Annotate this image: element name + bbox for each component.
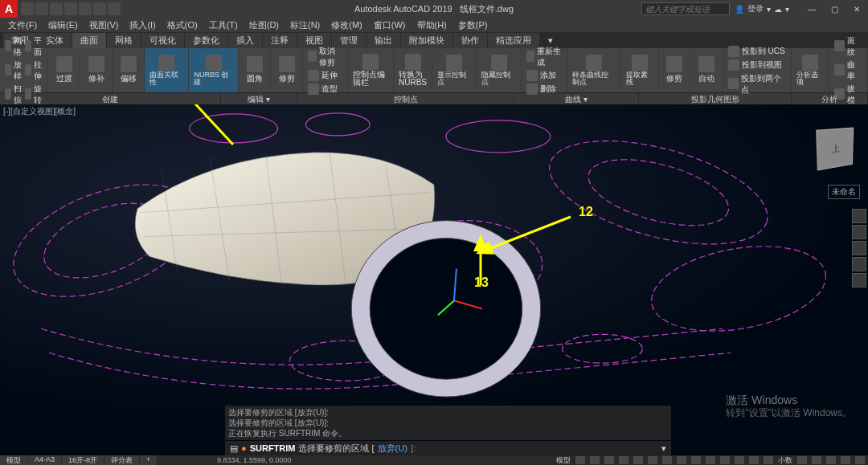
btn-associativity[interactable]: 曲面关联性 <box>145 48 189 92</box>
btn-trim[interactable]: 修剪 <box>271 48 303 92</box>
btn-fillet[interactable]: 圆角 <box>239 48 271 92</box>
tab-surface[interactable]: 曲面 <box>72 33 106 48</box>
nav-zoom-icon[interactable] <box>852 241 866 255</box>
menu-window[interactable]: 窗口(W) <box>369 19 411 31</box>
status-isolate-icon[interactable] <box>812 456 821 464</box>
layout-tab[interactable]: 16开-8开 <box>62 455 104 466</box>
menu-dimension[interactable]: 标注(N) <box>285 19 325 31</box>
qat-icon[interactable] <box>50 2 63 15</box>
menu-insert[interactable]: 插入(I) <box>125 19 160 31</box>
command-line[interactable]: ▤ ● SURFTRIM 选择要修剪的区域 [放弃(U)]: ▾ <box>225 441 671 455</box>
status-gear-icon[interactable] <box>797 456 807 464</box>
btn-analysis-opts[interactable]: 分析选项 <box>792 48 829 92</box>
btn-trim2[interactable]: 修剪 <box>659 48 691 92</box>
btn-proj-2pts[interactable]: 投影到两个点 <box>741 73 786 96</box>
cmd-dropdown-icon[interactable]: ▾ <box>661 443 666 454</box>
btn-loft[interactable]: 放样 <box>14 59 23 82</box>
btn-extend[interactable]: 延伸 <box>321 70 338 81</box>
btn-show-cv[interactable]: 显示控制点 <box>432 48 477 92</box>
btn-extract-iso[interactable]: 提取素线 <box>621 48 659 92</box>
status-snap-icon[interactable] <box>590 456 600 464</box>
menu-draw[interactable]: 绘图(D) <box>244 19 284 31</box>
tab-solid[interactable]: 实体 <box>38 33 72 48</box>
btn-add[interactable]: 添加 <box>540 70 556 81</box>
status-ortho-icon[interactable] <box>604 456 614 464</box>
tab-mesh[interactable]: 网格 <box>107 33 141 48</box>
status-hwacc-icon[interactable] <box>826 456 836 464</box>
cmd-expand-icon[interactable]: ▤ <box>230 443 238 454</box>
close-button[interactable]: ✕ <box>845 1 868 17</box>
btn-nurbs-create[interactable]: NURBS 创建 <box>189 48 239 92</box>
btn-auto[interactable]: 自动 <box>691 48 723 92</box>
nav-showmotion-icon[interactable] <box>852 273 866 288</box>
status-customize-icon[interactable] <box>855 456 865 464</box>
tab-collaborate[interactable]: 协作 <box>453 33 487 48</box>
qat-icon[interactable] <box>93 2 106 15</box>
qat-icon[interactable] <box>21 2 34 15</box>
panel-edit-label[interactable]: 编辑 ▾ <box>221 93 297 104</box>
menu-help[interactable]: 帮助(H) <box>412 19 452 31</box>
nav-pan-icon[interactable] <box>852 225 866 239</box>
btn-hide-cv[interactable]: 隐藏控制点 <box>477 48 521 92</box>
minimize-button[interactable]: — <box>800 1 823 17</box>
status-grid-icon[interactable] <box>575 456 585 464</box>
btn-patch[interactable]: 修补 <box>80 48 113 92</box>
status-polar-icon[interactable] <box>619 456 628 464</box>
viewport[interactable]: [-][自定义视图][概念] <box>0 104 868 425</box>
tab-addins[interactable]: 附加模块 <box>401 33 452 48</box>
btn-spline-cv[interactable]: 样条曲线控制点 <box>567 48 621 92</box>
tab-parametric[interactable]: 参数化 <box>185 33 227 48</box>
app-logo[interactable]: A <box>0 0 18 18</box>
tab-output[interactable]: 输出 <box>366 33 400 48</box>
cloud-icon[interactable]: ☁ <box>774 5 782 14</box>
menu-parameters[interactable]: 参数(P) <box>453 19 493 31</box>
maximize-button[interactable]: ▢ <box>823 1 845 17</box>
menu-edit[interactable]: 编辑(E) <box>43 19 83 31</box>
btn-plane[interactable]: 平面 <box>34 35 43 58</box>
btn-convert-nurbs[interactable]: 转换为NURBS <box>394 48 432 92</box>
status-osnap-icon[interactable] <box>633 456 643 464</box>
qat-icon[interactable] <box>79 2 92 15</box>
quick-access-toolbar[interactable] <box>21 2 121 15</box>
nav-wheel-icon[interactable] <box>852 209 866 223</box>
qat-icon[interactable] <box>108 2 121 15</box>
layout-add-tab[interactable]: + <box>140 455 157 466</box>
menu-modify[interactable]: 修改(M) <box>326 19 367 31</box>
tab-insert[interactable]: 插入 <box>228 33 262 48</box>
exchange-icon[interactable]: ▾ <box>767 5 771 14</box>
tab-annotate[interactable]: 注释 <box>263 33 297 48</box>
login-label[interactable]: 登录 <box>747 3 764 14</box>
help-icon[interactable]: ▾ <box>785 5 789 14</box>
btn-network[interactable]: 网络 <box>14 35 23 58</box>
search-input[interactable] <box>641 2 730 15</box>
nav-orbit-icon[interactable] <box>852 257 866 271</box>
status-cycle-icon[interactable] <box>735 456 744 464</box>
view-cube[interactable]: 上 <box>816 128 854 171</box>
btn-proj-view[interactable]: 投影到视图 <box>742 59 782 71</box>
qat-icon[interactable] <box>64 2 77 15</box>
btn-untrim[interactable]: 取消修剪 <box>319 46 342 68</box>
status-lwt-icon[interactable] <box>706 456 715 464</box>
status-label[interactable]: 模型 <box>556 455 571 466</box>
menu-tools[interactable]: 工具(T) <box>204 19 243 31</box>
btn-rebuild[interactable]: 重新生成 <box>537 46 562 68</box>
status-otrack-icon[interactable] <box>662 456 672 464</box>
layout-tab[interactable]: A4-A3 <box>28 455 61 466</box>
btn-offset[interactable]: 偏移 <box>113 48 145 92</box>
panel-curves-label[interactable]: 曲线 ▾ <box>514 93 639 104</box>
status-dyn-icon[interactable] <box>691 456 701 464</box>
status-annomonitor-icon[interactable] <box>749 456 759 464</box>
status-ducs-icon[interactable] <box>677 456 686 464</box>
btn-extrude[interactable]: 拉伸 <box>34 59 43 82</box>
status-3dosnap-icon[interactable] <box>648 456 657 464</box>
status-qp-icon[interactable] <box>764 456 773 464</box>
qat-icon[interactable] <box>35 2 48 15</box>
btn-zebra[interactable]: 斑纹 <box>847 35 862 58</box>
menu-view[interactable]: 视图(V) <box>84 19 124 31</box>
btn-proj-ucs[interactable]: 投影到 UCS <box>742 46 785 57</box>
menu-file[interactable]: 文件(F) <box>3 19 42 31</box>
status-transparency-icon[interactable] <box>720 456 730 464</box>
btn-blend[interactable]: 过渡 <box>48 48 80 92</box>
layout-model[interactable]: 模型 <box>0 455 27 466</box>
tab-visualize[interactable]: 可视化 <box>141 33 184 48</box>
